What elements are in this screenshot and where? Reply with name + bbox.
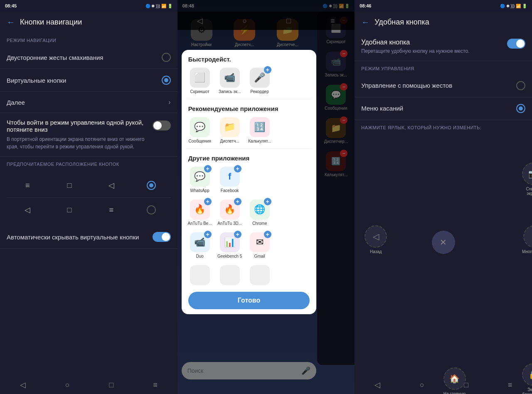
- setting-two-sided[interactable]: Двусторонние жесты смахивания: [0, 46, 177, 69]
- fast-actions-row: ⬜ Скриншот 📹 Запись эк... 🎤 + Рекордер: [182, 66, 317, 99]
- layout-btn-menu[interactable]: ≡: [21, 179, 34, 192]
- other-apps-row-3: 📹 + Duo 📊 + Geekbench 5 ✉ + Gmail: [182, 231, 317, 263]
- bottom-nav-1: ◁ ○ □ ≡: [0, 376, 177, 394]
- other-title: Другие приложения: [182, 149, 317, 165]
- nav-title-3: Удобная кнопка: [374, 18, 429, 27]
- other-apps-row-1: 💬 + WhatsApp f + Facebook: [182, 165, 317, 198]
- auto-hide-label: Автоматически скрывать виртуальные кнопк…: [7, 234, 139, 241]
- layout-row-2: ◁ □ ≡: [7, 199, 171, 220]
- bottom-home-1[interactable]: ○: [65, 381, 70, 389]
- gesture-label: Управление с помощью жестов: [361, 82, 452, 89]
- add-badge-chrome: +: [264, 198, 271, 205]
- bottom-recent-1[interactable]: □: [109, 381, 114, 389]
- toggle-auto-hide[interactable]: [153, 232, 171, 242]
- one-hand-desc: В портретной ориентации экрана потяните …: [7, 135, 146, 150]
- radio-layout2[interactable]: [147, 205, 156, 214]
- panel-navigation-buttons: 08:45 🔵 ✱ ))) 📶 🔋 ← Кнопки навигации РЕЖ…: [0, 0, 177, 394]
- popup-recorder-icon: 🎤 +: [250, 68, 270, 88]
- layout-btn-menu2[interactable]: ≡: [105, 204, 118, 216]
- setting-two-sided-label: Двусторонние жесты смахивания: [7, 54, 103, 61]
- popup-chrome-icon: 🌐 +: [250, 199, 270, 219]
- radio-gesture[interactable]: [516, 81, 525, 90]
- setting-next[interactable]: Далее ›: [0, 92, 177, 113]
- one-hand-title: Чтобы войти в режим управления одной рук…: [7, 119, 146, 133]
- popup-gmail[interactable]: ✉ + Gmail: [246, 232, 273, 259]
- popup-more2[interactable]: [217, 265, 243, 285]
- nav-content-1: РЕЖИМ НАВИГАЦИИ Двусторонние жесты смахи…: [0, 33, 177, 376]
- popup-recorder[interactable]: 🎤 + Рекордер: [246, 68, 273, 94]
- other-apps-row-4: [182, 263, 317, 287]
- popup-dispatcher-rec[interactable]: 📁 Диспетч...: [217, 117, 243, 143]
- done-button[interactable]: Готово: [188, 292, 310, 309]
- bottom-menu-1[interactable]: ≡: [153, 381, 158, 389]
- toggle-one-hand[interactable]: [153, 121, 171, 131]
- layout-btn-square2[interactable]: □: [63, 204, 76, 216]
- bottom-home-3[interactable]: ○: [420, 381, 424, 389]
- shortcut-back[interactable]: ◁ Назад: [365, 225, 387, 254]
- popup-more3[interactable]: [246, 265, 273, 285]
- popup-whatsapp-icon: 💬 +: [190, 167, 210, 187]
- bottom-back-1[interactable]: ◁: [20, 380, 26, 389]
- setting-virtual-label: Виртуальные кнопки: [7, 77, 66, 84]
- bottom-menu-3[interactable]: ≡: [508, 381, 512, 389]
- status-icons-1: 🔵 ✱ ))) 📶 🔋: [145, 4, 172, 8]
- radio-virtual[interactable]: [162, 76, 171, 85]
- back-arrow-3[interactable]: ←: [361, 17, 369, 27]
- shortcut-screenshot[interactable]: 📷 Снимокэкрана: [522, 163, 532, 196]
- radio-touch[interactable]: [516, 104, 525, 113]
- section-button-layout: ПРЕДПОЧИТАЕМОЕ РАСПОЛОЖЕНИЕ КНОПОК: [0, 157, 177, 170]
- back-arrow-1[interactable]: ←: [7, 17, 15, 27]
- shortcut-multitask[interactable]: ≡ Многозадачн: [522, 225, 532, 254]
- shortcut-home-icon: 🏠: [443, 367, 466, 390]
- mode-touch[interactable]: Меню касаний: [355, 97, 532, 120]
- add-badge-facebook: +: [234, 165, 241, 172]
- add-badge-antutu: +: [204, 198, 212, 205]
- add-badge-antutu3d: +: [234, 198, 241, 205]
- popup-calculator-rec[interactable]: 🔢 Калькулят...: [246, 117, 273, 143]
- popup-record-icon: 📹: [220, 68, 240, 88]
- main-toggle-label: Удобная кнопка: [361, 39, 469, 46]
- radio-layout1[interactable]: [147, 181, 156, 190]
- fast-action-title: Быстродейст.: [182, 50, 317, 66]
- layout-btn-square1[interactable]: □: [63, 179, 76, 192]
- popup-facebook[interactable]: f + Facebook: [217, 167, 243, 193]
- setting-auto-hide[interactable]: Автоматически скрывать виртуальные кнопк…: [0, 225, 177, 249]
- shortcut-close-button[interactable]: ✕: [432, 231, 455, 254]
- popup-messages-icon: 💬: [190, 117, 210, 137]
- add-badge-gmail: +: [264, 231, 271, 238]
- status-icons-3: 🔵 ✱ ))) 📶 🔋: [500, 4, 527, 8]
- popup-record[interactable]: 📹 Запись эк...: [217, 68, 243, 94]
- recommended-apps-row: 💬 Сообщения 📁 Диспетч... 🔢 Калькулят...: [182, 116, 317, 148]
- popup-messages[interactable]: 💬 Сообщения: [187, 117, 213, 143]
- setting-virtual-buttons[interactable]: Виртуальные кнопки: [0, 69, 177, 92]
- popup-whatsapp[interactable]: 💬 + WhatsApp: [187, 167, 213, 193]
- touch-label: Меню касаний: [361, 105, 403, 112]
- layout-btn-back1[interactable]: ◁: [105, 179, 118, 192]
- popup-gmail-icon: ✉ +: [250, 232, 270, 252]
- popup-antutu3d[interactable]: 🔥 + AnTuTu 3D...: [217, 199, 243, 226]
- shortcut-lock-icon: 🔒: [522, 363, 532, 386]
- mode-gesture[interactable]: Управление с помощью жестов: [355, 74, 532, 97]
- shortcut-back-icon: ◁: [365, 225, 387, 248]
- popup-antutu-icon: 🔥 +: [190, 199, 210, 219]
- popup-geekbench-icon: 📊 +: [220, 232, 240, 252]
- popup-geekbench[interactable]: 📊 + Geekbench 5: [217, 232, 243, 259]
- popup-screenshot[interactable]: ⬜ Скриншот: [187, 68, 213, 94]
- popup-duo[interactable]: 📹 + Duo: [187, 232, 213, 259]
- bottom-back-3[interactable]: ◁: [374, 380, 380, 389]
- popup-antutu[interactable]: 🔥 + AnTuTu Be...: [187, 199, 213, 226]
- shortcut-lock[interactable]: 🔒 Экранблокировки: [522, 363, 532, 394]
- section-control-mode: РЕЖИМ УПРАВЛЕНИЯ: [355, 61, 532, 74]
- panel-convenient-button: 08:46 🔵 ✱ ))) 📶 🔋 ← Удобная кнопка Удобн…: [355, 0, 532, 394]
- popup-empty-slot: [246, 167, 273, 193]
- status-bar-1: 08:45 🔵 ✱ ))) 📶 🔋: [0, 0, 177, 12]
- chevron-next: ›: [168, 98, 170, 106]
- toggle-main-convenient[interactable]: [507, 39, 525, 49]
- panel-app-drawer: 08:48 🔵 ✱ ))) 📶 🔋 ⚙ Настройки ⚡ Диспетч.…: [177, 0, 355, 394]
- shortcut-home[interactable]: 🏠 На главнуюстраницу: [443, 367, 466, 394]
- setting-one-hand: Чтобы войти в режим управления одной рук…: [0, 113, 177, 157]
- layout-btn-back2[interactable]: ◁: [21, 204, 34, 216]
- radio-two-sided[interactable]: [162, 53, 171, 62]
- popup-chrome[interactable]: 🌐 + Chrome: [246, 199, 273, 226]
- popup-more1[interactable]: [187, 265, 213, 285]
